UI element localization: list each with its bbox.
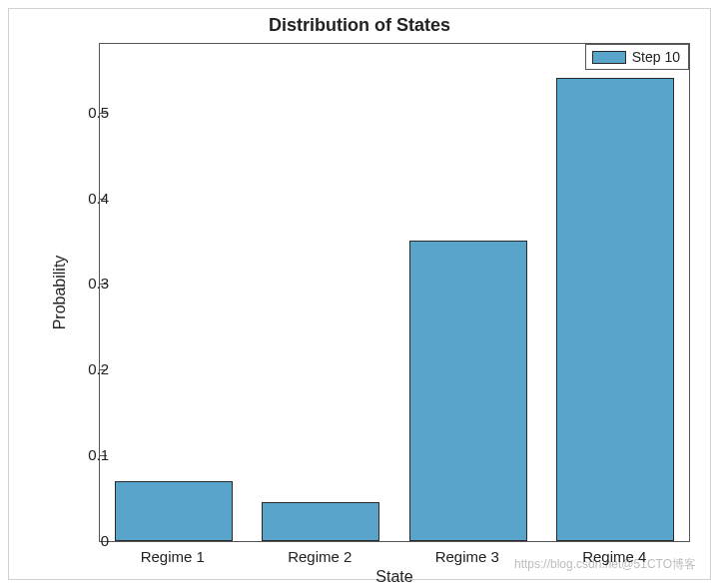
- bar: [262, 502, 379, 541]
- legend-swatch-icon: [592, 51, 626, 64]
- bar: [115, 481, 233, 541]
- y-tick-label: 0.2: [69, 360, 109, 377]
- y-tick-label: 0.1: [69, 446, 109, 463]
- figure-frame: Distribution of States Step 10 Probabili…: [8, 8, 711, 580]
- plot-area: Step 10: [99, 43, 690, 542]
- y-tick-label: 0.4: [69, 189, 109, 206]
- bar: [556, 78, 674, 541]
- y-axis-label: Probability: [51, 256, 69, 330]
- chart-title: Distribution of States: [9, 15, 710, 36]
- bar: [409, 241, 527, 541]
- x-tick-label: Regime 4: [582, 548, 646, 565]
- legend-label: Step 10: [632, 49, 680, 65]
- x-tick-label: Regime 3: [435, 548, 499, 565]
- y-tick-label: 0.5: [69, 103, 109, 120]
- y-tick-label: 0: [69, 532, 109, 549]
- y-tick-label: 0.3: [69, 275, 109, 292]
- x-tick-label: Regime 2: [288, 548, 352, 565]
- legend-box: Step 10: [585, 44, 689, 70]
- x-tick-label: Regime 1: [141, 548, 205, 565]
